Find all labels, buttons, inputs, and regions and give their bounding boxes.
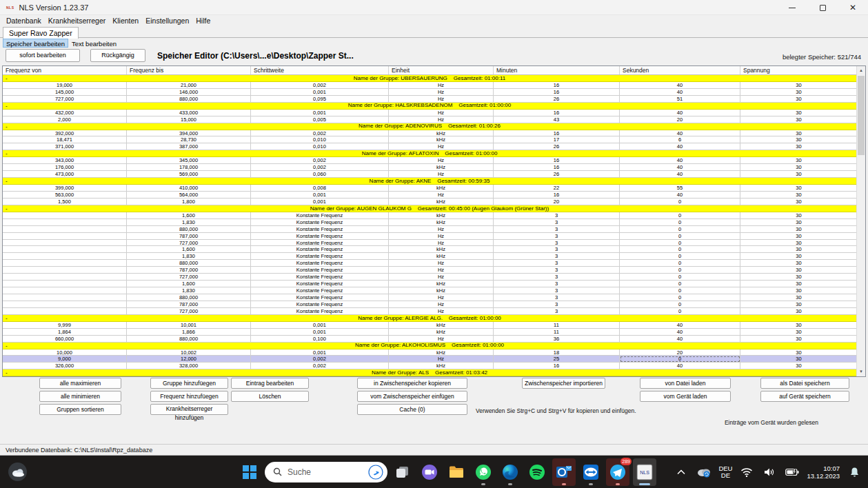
onedrive-tray-icon[interactable]: [696, 464, 712, 480]
table-cell[interactable]: Konstante Frequenz: [251, 294, 389, 301]
volume-icon[interactable]: [761, 464, 778, 480]
table-cell[interactable]: 36: [494, 336, 620, 343]
table-cell[interactable]: 0,001: [251, 110, 389, 116]
table-cell[interactable]: Konstante Frequenz: [251, 246, 389, 253]
group-header-row[interactable]: -Name der Gruppe: AFLATOXIN Gesamtzeit: …: [3, 150, 865, 157]
alle-minimieren-button[interactable]: alle minimieren: [39, 391, 121, 402]
table-cell[interactable]: 16: [494, 82, 620, 89]
table-cell[interactable]: 51: [620, 96, 740, 103]
menu-item-datenbank[interactable]: Datenbank: [3, 17, 45, 25]
table-cell[interactable]: 387,000: [127, 143, 251, 150]
table-cell[interactable]: 0: [620, 253, 740, 260]
table-cell[interactable]: 564,000: [127, 192, 251, 199]
table-cell[interactable]: [3, 246, 127, 253]
cache-button[interactable]: Cache (0): [357, 404, 467, 415]
table-cell[interactable]: 6: [620, 136, 740, 143]
tab-text-bearbeiten[interactable]: Text bearbeiten: [68, 39, 120, 48]
group-header-row[interactable]: -Name der Gruppe: AKNE Gesamtzeit: 00:59…: [3, 178, 865, 185]
table-cell[interactable]: Konstante Frequenz: [251, 240, 389, 247]
table-cell[interactable]: 0: [620, 274, 740, 281]
frequenz-hinzufuegen-button[interactable]: Frequenz hinzufüegen: [150, 391, 228, 402]
table-cell[interactable]: 30: [740, 82, 858, 89]
table-cell[interactable]: 16: [494, 110, 620, 116]
table-cell[interactable]: kHz: [389, 130, 494, 137]
table-cell[interactable]: 9,000: [3, 356, 127, 363]
notification-bell-icon[interactable]: [846, 464, 862, 480]
menu-item-hilfe[interactable]: Hilfe: [192, 17, 214, 25]
nls-app-button[interactable]: NLS: [633, 458, 656, 486]
table-cell[interactable]: 40: [620, 363, 740, 369]
table-row[interactable]: 880,000Konstante FrequenzHz3030: [3, 260, 865, 267]
group-header-row[interactable]: -Name der Gruppe: ALERGIE ALG. Gesamtzei…: [3, 315, 865, 322]
table-cell[interactable]: 40: [620, 130, 740, 137]
table-cell[interactable]: Hz: [389, 110, 494, 116]
collapse-icon[interactable]: -: [3, 150, 11, 156]
table-cell[interactable]: Hz: [389, 192, 494, 199]
table-row[interactable]: 1,830Konstante FrequenzkHz3030: [3, 287, 865, 294]
table-cell[interactable]: [3, 212, 127, 219]
table-cell[interactable]: Hz: [389, 240, 494, 247]
table-cell[interactable]: 10,001: [127, 322, 251, 329]
table-cell[interactable]: 40: [620, 336, 740, 343]
alle-maximieren-button[interactable]: alle maximieren: [39, 378, 121, 389]
vom-geraet-laden-button[interactable]: vom Gerät laden: [640, 391, 731, 402]
collapse-icon[interactable]: -: [3, 369, 11, 376]
table-cell[interactable]: 9,999: [3, 322, 127, 329]
table-cell[interactable]: 787,000: [127, 233, 251, 240]
table-cell[interactable]: Konstante Frequenz: [251, 274, 389, 281]
table-cell[interactable]: 727,000: [3, 96, 127, 103]
table-cell[interactable]: kHz: [389, 246, 494, 253]
table-cell[interactable]: 0: [620, 199, 740, 205]
table-cell[interactable]: 30: [740, 171, 858, 178]
table-row[interactable]: 660,000880,0000,100Hz364030: [3, 336, 865, 343]
table-cell[interactable]: 0: [620, 233, 740, 240]
table-cell[interactable]: 30: [740, 363, 858, 369]
table-cell[interactable]: 30: [740, 240, 858, 247]
group-header-row[interactable]: -Name der Gruppe: HALSKREBSADENOM Gesamt…: [3, 103, 865, 110]
table-cell[interactable]: 12,000: [127, 356, 251, 363]
table-cell[interactable]: 1,800: [127, 199, 251, 205]
table-cell[interactable]: Konstante Frequenz: [251, 281, 389, 287]
table-cell[interactable]: 40: [620, 192, 740, 199]
table-cell[interactable]: Konstante Frequenz: [251, 308, 389, 315]
krankheitserreger-hinzufuegen-button[interactable]: Krankheitserreger hinzufügen: [150, 404, 228, 415]
table-cell[interactable]: 3: [494, 260, 620, 267]
table-cell[interactable]: 3: [494, 308, 620, 315]
table-cell[interactable]: 10,000: [3, 349, 127, 356]
table-cell[interactable]: 3: [494, 267, 620, 274]
table-cell[interactable]: 15,000: [127, 116, 251, 123]
table-cell[interactable]: 563,000: [3, 192, 127, 199]
table-cell[interactable]: [3, 301, 127, 308]
table-row[interactable]: 399,000410,0000,008kHz225530: [3, 185, 865, 192]
table-cell[interactable]: kHz: [389, 212, 494, 219]
table-cell[interactable]: Hz: [389, 301, 494, 308]
table-cell[interactable]: kHz: [389, 329, 494, 336]
table-cell[interactable]: 40: [620, 143, 740, 150]
table-cell[interactable]: Hz: [389, 274, 494, 281]
table-cell[interactable]: [3, 226, 127, 233]
table-cell[interactable]: 43: [494, 116, 620, 123]
table-cell[interactable]: kHz: [389, 164, 494, 171]
table-cell[interactable]: Hz: [389, 171, 494, 178]
table-cell[interactable]: 0,002: [251, 356, 389, 363]
group-header-row[interactable]: -Name der Gruppe: AUGEN GLAUKOM G Gesamt…: [3, 205, 865, 212]
table-cell[interactable]: 371,000: [3, 143, 127, 150]
table-cell[interactable]: 30: [740, 89, 858, 96]
table-cell[interactable]: 0,002: [251, 82, 389, 89]
table-cell[interactable]: 30: [740, 336, 858, 343]
scroll-down-icon[interactable]: ▼: [857, 367, 865, 376]
table-cell[interactable]: 30: [740, 192, 858, 199]
search-box[interactable]: Suche: [265, 462, 387, 482]
column-header[interactable]: Einheit: [389, 66, 494, 74]
group-header-row[interactable]: -Name der Gruppe: UBERSAUERUNG Gesamtzei…: [3, 75, 865, 82]
table-row[interactable]: 787,000Konstante FrequenzHz3030: [3, 301, 865, 308]
table-row[interactable]: 727,000Konstante FrequenzHz3030: [3, 274, 865, 281]
table-cell[interactable]: 145,000: [3, 89, 127, 96]
table-cell[interactable]: Hz: [389, 157, 494, 164]
table-cell[interactable]: 394,000: [127, 130, 251, 137]
table-cell[interactable]: 3: [494, 287, 620, 294]
table-cell[interactable]: 30: [740, 349, 858, 356]
scrollbar-thumb[interactable]: [858, 76, 865, 155]
table-cell[interactable]: 432,000: [3, 110, 127, 116]
table-cell[interactable]: 392,000: [3, 130, 127, 137]
